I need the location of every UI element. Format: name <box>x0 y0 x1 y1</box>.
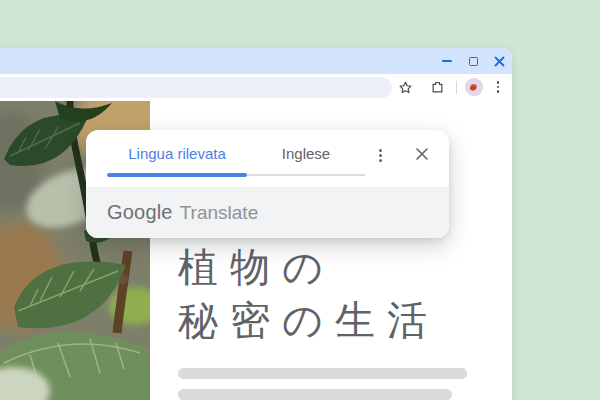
translate-product-text: Translate <box>180 202 259 224</box>
translate-close-button[interactable] <box>413 145 431 163</box>
bookmark-star-button[interactable] <box>396 78 414 96</box>
profile-avatar <box>465 78 483 96</box>
options-kebab-icon <box>379 149 382 162</box>
tab-english[interactable]: Inglese <box>247 130 365 177</box>
minimize-button[interactable] <box>439 53 455 69</box>
bookmark-star-icon <box>398 80 413 95</box>
minimize-icon <box>442 60 452 62</box>
maximize-button[interactable] <box>465 53 481 69</box>
translate-brand-bar: Google Translate <box>86 187 449 238</box>
page-heading: 植物の 秘密の生活 <box>178 241 439 347</box>
translate-popup: Lingua rilevata Inglese Google Translate <box>86 130 449 238</box>
translate-tabs: Lingua rilevata Inglese <box>86 130 449 187</box>
active-tab-indicator <box>107 173 247 177</box>
heading-line-2: 秘密の生活 <box>178 294 439 347</box>
close-icon <box>494 56 505 67</box>
popup-close-icon <box>415 147 429 161</box>
maximize-icon <box>469 57 478 66</box>
browser-toolbar <box>0 74 512 101</box>
inactive-tab-underline <box>247 174 365 176</box>
address-bar[interactable] <box>0 77 392 98</box>
window-controls <box>439 48 507 74</box>
close-window-button[interactable] <box>491 53 507 69</box>
skeleton-text-bar <box>178 368 467 379</box>
profile-avatar-button[interactable] <box>465 78 483 96</box>
browser-menu-button[interactable] <box>491 78 505 96</box>
window-titlebar <box>0 48 512 74</box>
heading-line-1: 植物の <box>178 241 439 294</box>
extensions-button[interactable] <box>428 78 446 96</box>
google-logo-text: Google <box>107 201 173 224</box>
tab-detected-language[interactable]: Lingua rilevata <box>107 130 247 177</box>
translate-options-button[interactable] <box>373 144 387 166</box>
skeleton-text-bar <box>178 389 452 400</box>
extensions-icon <box>430 80 445 95</box>
toolbar-separator <box>456 81 457 94</box>
menu-kebab-icon <box>497 81 500 93</box>
